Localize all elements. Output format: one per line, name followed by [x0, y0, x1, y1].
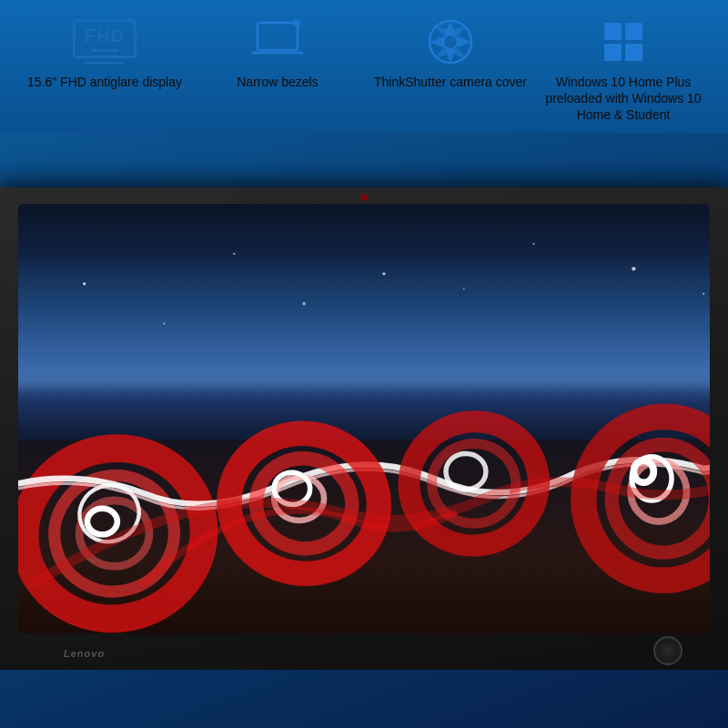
screen-bezel	[18, 204, 710, 633]
feature-fhd: FHD 15.6" FHD antiglare display	[23, 16, 187, 90]
svg-point-31	[233, 252, 235, 254]
svg-point-37	[302, 302, 305, 305]
thinkshutter-label: ThinkShutter camera cover	[374, 74, 527, 90]
fhd-display-label: 15.6" FHD antiglare display	[27, 74, 182, 90]
fhd-icon: FHD	[73, 16, 136, 66]
product-page: FHD 15.6" FHD antiglare display	[0, 0, 728, 728]
svg-point-7	[443, 35, 458, 49]
screen-content	[18, 204, 710, 633]
lenovo-logo: Lenovo	[64, 648, 105, 659]
svg-rect-11	[625, 44, 642, 61]
windows-icon	[602, 16, 644, 66]
svg-point-34	[632, 267, 635, 270]
feature-windows: Windows 10 Home Plus preloaded with Wind…	[541, 16, 705, 124]
shutter-icon	[427, 16, 474, 66]
feature-bezels: Narrow bezels	[196, 16, 359, 90]
svg-rect-9	[625, 23, 642, 40]
laptop-section: Lenovo	[0, 133, 728, 670]
svg-rect-0	[258, 23, 298, 50]
laptop-body: Lenovo	[0, 187, 728, 670]
svg-point-35	[703, 292, 704, 294]
light-trails	[18, 204, 710, 633]
fingerprint-reader	[653, 636, 682, 665]
laptop-icon	[250, 16, 305, 66]
svg-point-32	[382, 272, 385, 275]
feature-thinkshutter: ThinkShutter camera cover	[369, 16, 532, 90]
svg-rect-10	[604, 44, 622, 61]
svg-point-33	[533, 242, 535, 244]
svg-rect-8	[604, 23, 622, 40]
svg-point-38	[463, 288, 465, 289]
bezels-label: Narrow bezels	[237, 74, 318, 90]
svg-point-30	[83, 282, 86, 285]
webcam	[361, 195, 367, 200]
features-bar: FHD 15.6" FHD antiglare display	[0, 0, 728, 133]
windows-label: Windows 10 Home Plus preloaded with Wind…	[541, 74, 705, 124]
fhd-label: FHD	[85, 25, 125, 46]
svg-point-36	[163, 322, 165, 324]
